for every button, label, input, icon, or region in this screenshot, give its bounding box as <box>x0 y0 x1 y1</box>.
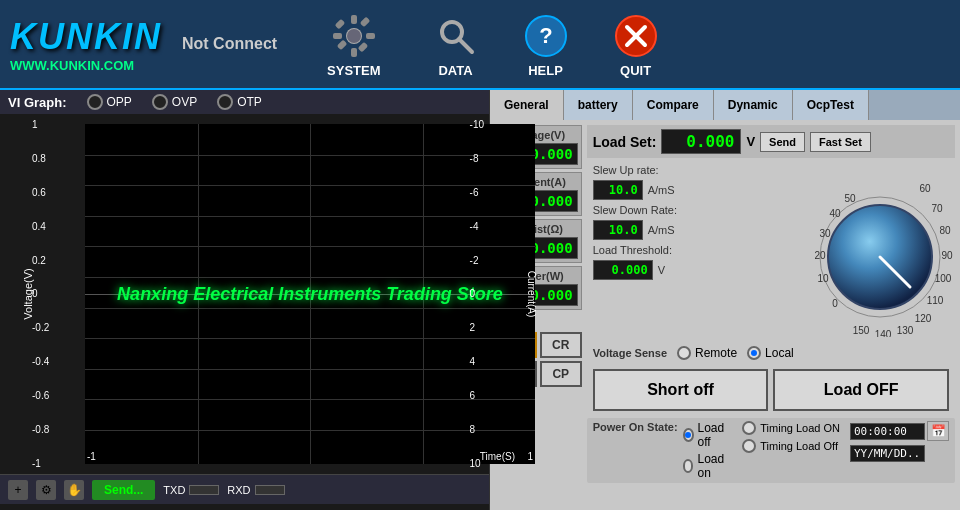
timing-time-input[interactable] <box>850 423 925 440</box>
ovp-option[interactable]: OVP <box>152 94 197 110</box>
connection-status: Not Connect <box>182 35 277 53</box>
load-on-radio-label: Load on <box>697 452 727 480</box>
local-radio[interactable] <box>747 346 761 360</box>
mode-cp[interactable]: CP <box>540 361 582 387</box>
x-end: 1 <box>527 451 533 462</box>
bottom-toolbar: + ⚙ ✋ Send... TXD RXD <box>0 474 489 504</box>
tab-ocptest[interactable]: OcpTest <box>793 90 869 120</box>
timing-off-radio[interactable] <box>742 439 756 453</box>
load-off-radio[interactable] <box>683 428 694 442</box>
logo-url: WWW.KUNKIN.COM <box>10 58 162 73</box>
knob-svg[interactable]: 60 70 80 90 100 110 120 130 140 150 50 4… <box>795 162 955 337</box>
gear-icon <box>329 11 379 61</box>
remote-label: Remote <box>695 346 737 360</box>
threshold-unit: V <box>658 264 665 276</box>
threshold-value[interactable]: 0.000 <box>593 260 653 280</box>
logo-text: KUNKIN <box>10 16 162 58</box>
svg-rect-4 <box>366 33 375 39</box>
search-icon <box>431 11 481 61</box>
x-label: Time(S) <box>480 451 515 462</box>
knob-area: 60 70 80 90 100 110 120 130 140 150 50 4… <box>795 162 955 340</box>
slew-down-row: Slew Down Rate: <box>587 202 795 218</box>
rxd-indicator: RXD <box>227 484 284 496</box>
x-start: -1 <box>87 451 96 462</box>
tab-dynamic[interactable]: Dynamic <box>714 90 793 120</box>
data-button[interactable]: DATA <box>431 11 481 78</box>
otp-radio[interactable] <box>217 94 233 110</box>
timing-section: Timing Load ON Timing Load Off <box>742 421 840 453</box>
svg-text:?: ? <box>539 23 552 48</box>
svg-text:140: 140 <box>875 329 892 337</box>
help-label: HELP <box>528 63 563 78</box>
help-icon: ? <box>521 11 571 61</box>
timing-date-input[interactable] <box>850 445 925 462</box>
vsense-row: Voltage Sense Remote Local <box>587 344 955 362</box>
main-area: VI Graph: OPP OVP OTP Voltage(V) 1 0.8 0… <box>0 90 960 510</box>
slew-down-unit: A/mS <box>648 224 675 236</box>
svg-text:0: 0 <box>832 298 838 309</box>
remote-option[interactable]: Remote <box>677 346 737 360</box>
timing-off-label: Timing Load Off <box>760 440 838 452</box>
svg-rect-7 <box>337 39 348 50</box>
system-label: SYSTEM <box>327 63 380 78</box>
load-on-option[interactable]: Load on <box>683 452 728 480</box>
tab-general[interactable]: General <box>490 90 564 120</box>
svg-point-9 <box>347 29 361 43</box>
load-off-option[interactable]: Load off <box>683 421 728 449</box>
calendar-button[interactable]: 📅 <box>927 421 949 441</box>
power-state-label: Power On State: <box>593 421 678 433</box>
settings-icon[interactable]: ⚙ <box>36 480 56 500</box>
slew-up-value[interactable]: 10.0 <box>593 180 643 200</box>
svg-text:70: 70 <box>931 203 943 214</box>
hand-icon[interactable]: ✋ <box>64 480 84 500</box>
svg-text:40: 40 <box>829 208 841 219</box>
timing-on-radio[interactable] <box>742 421 756 435</box>
slew-controls: Slew Up rate: 10.0 A/mS Slew Down Rate: … <box>587 162 795 340</box>
txd-bar <box>189 485 219 495</box>
opp-option[interactable]: OPP <box>87 94 132 110</box>
right-panel: General battery Compare Dynamic OcpTest … <box>490 90 960 510</box>
short-off-button[interactable]: Short off <box>593 369 769 411</box>
svg-text:120: 120 <box>915 313 932 324</box>
plus-icon[interactable]: + <box>8 480 28 500</box>
y-ticks-right: -10 -8 -6 -4 -2 0 2 4 6 8 10 <box>470 119 484 469</box>
help-button[interactable]: ? HELP <box>521 11 571 78</box>
load-off-radio-label: Load off <box>698 421 728 449</box>
local-option[interactable]: Local <box>747 346 794 360</box>
svg-text:80: 80 <box>939 225 951 236</box>
load-off-button[interactable]: Load OFF <box>773 369 949 411</box>
quit-button[interactable]: QUIT <box>611 11 661 78</box>
timing-on-label: Timing Load ON <box>760 422 840 434</box>
svg-rect-1 <box>351 15 357 24</box>
data-label: DATA <box>438 63 472 78</box>
fast-set-button[interactable]: Fast Set <box>810 132 871 152</box>
load-set-value[interactable]: 0.000 <box>661 129 741 154</box>
load-on-radio[interactable] <box>683 459 694 473</box>
tab-compare[interactable]: Compare <box>633 90 714 120</box>
timing-off-row: Timing Load Off <box>742 439 840 453</box>
threshold-value-row: 0.000 V <box>587 258 795 282</box>
tab-battery[interactable]: battery <box>564 90 633 120</box>
graph-title: VI Graph: <box>8 95 67 110</box>
otp-option[interactable]: OTP <box>217 94 262 110</box>
opp-label: OPP <box>107 95 132 109</box>
svg-text:150: 150 <box>853 325 870 336</box>
otp-label: OTP <box>237 95 262 109</box>
send-set-button[interactable]: Send <box>760 132 805 152</box>
zero-line <box>85 294 535 295</box>
vsense-label: Voltage Sense <box>593 347 667 359</box>
left-panel: VI Graph: OPP OVP OTP Voltage(V) 1 0.8 0… <box>0 90 490 510</box>
controls-column: Load Set: 0.000 V Send Fast Set Slew Up … <box>587 125 955 505</box>
slew-down-value[interactable]: 10.0 <box>593 220 643 240</box>
send-button[interactable]: Send... <box>92 480 155 500</box>
system-button[interactable]: SYSTEM <box>327 11 380 78</box>
slew-up-row: Slew Up rate: <box>587 162 795 178</box>
opp-radio[interactable] <box>87 94 103 110</box>
svg-text:110: 110 <box>927 295 944 306</box>
remote-radio[interactable] <box>677 346 691 360</box>
svg-rect-8 <box>360 16 371 27</box>
ovp-radio[interactable] <box>152 94 168 110</box>
y-ticks-left: 1 0.8 0.6 0.4 0.2 0 -0.2 -0.4 -0.6 -0.8 … <box>32 119 49 469</box>
mode-cr[interactable]: CR <box>540 332 582 358</box>
txd-indicator: TXD <box>163 484 219 496</box>
